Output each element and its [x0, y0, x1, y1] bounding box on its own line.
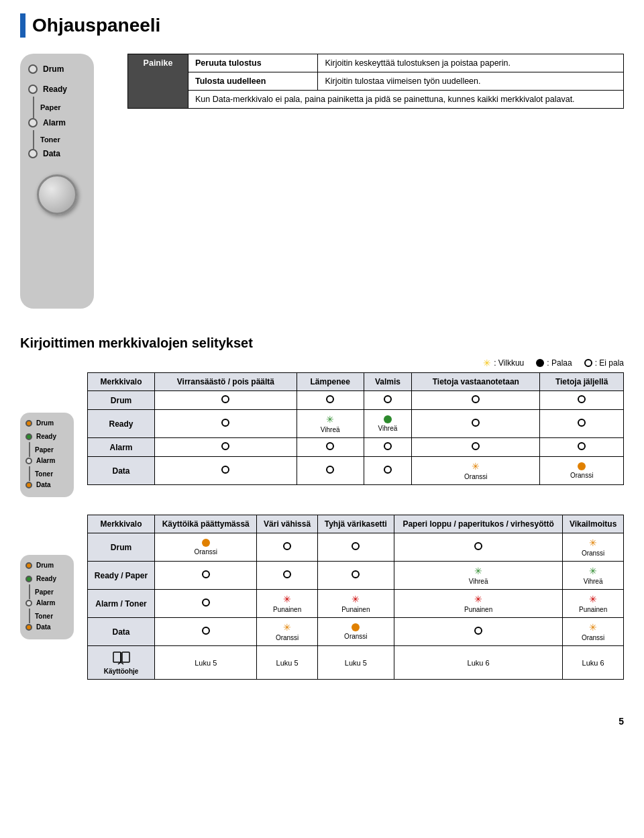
t1-r1-c2: ✳ Vihreä: [297, 410, 364, 438]
t2-r2-c2: ✳ Punainen: [257, 590, 317, 618]
t2-r0-c2: [257, 533, 317, 562]
t2-r2-c5: ✳ Punainen: [563, 590, 624, 618]
table2-wrapper: Drum Ready Paper Alarm Toner: [20, 515, 624, 696]
panel-body: Drum Ready Paper Alarm: [20, 54, 94, 309]
legend: ✳ : Vilkkuu : Palaa : Ei pala: [20, 358, 624, 368]
star-green-icon: ✳: [474, 566, 482, 576]
t2-r2-c3: ✳ Punainen: [317, 590, 394, 618]
t2-footer-v2: Luku 5: [317, 646, 394, 680]
side-panel-1: Drum Ready Paper Alarm Toner: [20, 413, 80, 497]
t1-r0-c5: [540, 391, 624, 410]
panel-label-toner: Toner: [40, 136, 60, 144]
circle-empty-icon: [384, 395, 392, 403]
t2-r1-c5-text: Vihreä: [584, 578, 603, 585]
t1-r1-c3: Vihreä: [364, 410, 412, 438]
led-drum: [28, 64, 38, 74]
t1-h0: Merkkivalo: [88, 373, 155, 391]
table-row: Alarm / Toner ✳ Punainen ✳ Punainen: [88, 590, 624, 618]
table-row: Data ✳ Oranssi Oranssi: [88, 457, 624, 485]
table-footer-row: Käyttöohje Luku 5 Luku 5 Luku 5 Luku 6 L…: [88, 646, 624, 680]
circle-empty-icon: [578, 442, 586, 450]
panel-button-area: [28, 174, 86, 215]
side2-led-alarm: [25, 600, 32, 607]
panel-label-drum: Drum: [43, 64, 64, 74]
page-title: Ohjauspaneeli: [32, 15, 160, 36]
circle-empty-icon: [474, 542, 482, 550]
legend-blink: ✳ : Vilkkuu: [483, 358, 524, 368]
t1-r3-c4: ✳ Oranssi: [412, 457, 540, 485]
side2-led-ready: [25, 576, 32, 582]
t2-r2-label: Alarm / Toner: [88, 590, 155, 618]
legend-on: : Palaa: [536, 358, 572, 368]
page-title-section: Ohjauspaneeli: [20, 13, 624, 38]
side2-label-drum: Drum: [36, 562, 54, 569]
circle-empty-icon: [326, 442, 334, 450]
side-label-toner: Toner: [35, 470, 53, 478]
t1-r2-c1: [155, 438, 297, 457]
circle-empty-icon: [384, 442, 392, 450]
t1-r0-c3: [364, 391, 412, 410]
t1-r3-c2: [297, 457, 364, 485]
side-label-paper: Paper: [35, 446, 54, 454]
painike-desc-3: Kun Data-merkkivalo ei pala, paina paini…: [189, 91, 624, 109]
legend-blink-label: : Vilkkuu: [494, 358, 524, 368]
painike-section: Painike Peruuta tulostus Kirjoitin keske…: [127, 54, 624, 109]
t1-r1-c5: [540, 410, 624, 438]
circle-empty-icon: [472, 442, 480, 450]
side2-label-toner: Toner: [35, 613, 53, 620]
t1-r3-c1: [155, 457, 297, 485]
t2-h0: Merkkivalo: [88, 515, 155, 533]
t2-r0-c5-text: Oranssi: [582, 549, 604, 557]
table2-content: Merkkivalo Käyttöikä päättymässä Väri vä…: [87, 515, 624, 696]
painike-table: Painike Peruuta tulostus Kirjoitin keske…: [127, 54, 624, 109]
t1-r1-c4: [412, 410, 540, 438]
t2-h1: Käyttöikä päättymässä: [155, 515, 257, 533]
circle-empty-icon: [326, 395, 334, 403]
dot-orange-icon: [202, 539, 210, 547]
led-alarm: [28, 118, 38, 127]
book-icon: [112, 650, 131, 666]
side2-ready: Ready: [25, 575, 68, 582]
title-bar-decoration: [20, 13, 25, 38]
page-number: 5: [20, 716, 624, 727]
t2-r2-c3-text: Punainen: [341, 606, 370, 613]
section-heading: Kirjoittimen merkkivalojen selitykset: [20, 335, 253, 350]
circle-empty-icon: [283, 570, 291, 578]
t2-r0-label: Drum: [88, 533, 155, 562]
painike-label: Painike: [128, 54, 189, 109]
table1: Merkkivalo Virransäästö / pois päältä Lä…: [87, 372, 624, 485]
t2-r3-c5-text: Oranssi: [582, 634, 604, 641]
table2: Merkkivalo Käyttöikä päättymässä Väri vä…: [87, 515, 624, 680]
t2-footer-v3: Luku 6: [394, 646, 562, 680]
table-row: Drum: [88, 391, 624, 410]
t1-r1-c2-text: Vihreä: [321, 426, 340, 433]
table1-wrapper: Drum Ready Paper Alarm Toner: [20, 372, 624, 501]
t2-r1-c1: [155, 562, 257, 590]
panel-button[interactable]: [37, 174, 77, 215]
circle-empty-icon: [326, 466, 334, 474]
t2-r1-c4: ✳ Vihreä: [394, 562, 562, 590]
t2-r3-c2: ✳ Oranssi: [257, 618, 317, 646]
side-led-drum: [25, 420, 32, 427]
t1-r2-c2: [297, 438, 364, 457]
table-row: Data ✳ Oranssi Oranssi: [88, 618, 624, 646]
side2-label-alarm: Alarm: [36, 599, 55, 607]
t1-r2-c4: [412, 438, 540, 457]
t2-footer-v0: Luku 5: [155, 646, 257, 680]
side-led-ready: [25, 433, 32, 440]
t1-r0-c1: [155, 391, 297, 410]
side-label-drum: Drum: [36, 419, 54, 427]
star-blink-icon: ✳: [483, 358, 491, 368]
t2-h4: Paperi loppu / paperitukos / virhesyöttö: [394, 515, 562, 533]
circle-empty-icon: [472, 419, 480, 427]
side-panel-2: Drum Ready Paper Alarm Toner: [20, 555, 80, 639]
side2-drum: Drum: [25, 562, 68, 569]
t2-r2-c2-text: Punainen: [273, 606, 301, 613]
t1-r1-c1: [155, 410, 297, 438]
led-data: [28, 149, 38, 158]
circle-empty-icon: [221, 442, 229, 450]
t2-r0-c5: ✳ Oranssi: [563, 533, 624, 562]
t2-r1-c2: [257, 562, 317, 590]
circle-empty-icon: [202, 627, 210, 635]
circle-empty-icon: [221, 466, 229, 474]
